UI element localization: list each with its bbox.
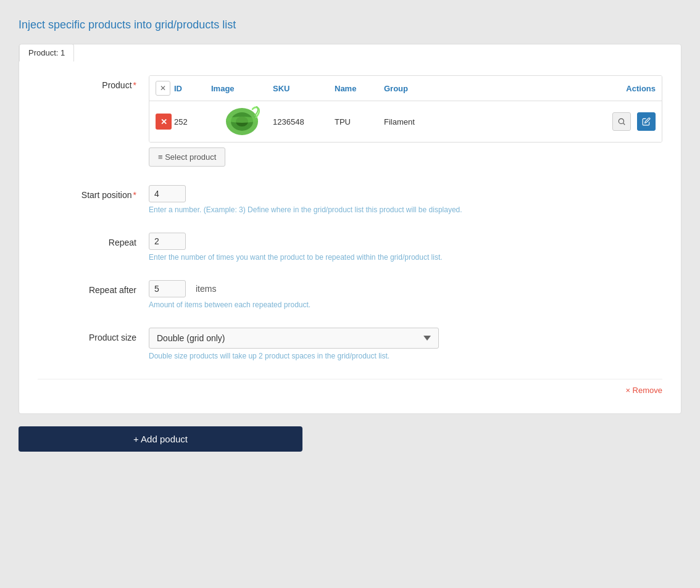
start-position-label: Start position* — [38, 185, 136, 200]
col-sku-header: SKU — [273, 84, 335, 93]
delete-row-button[interactable]: ✕ — [156, 114, 172, 130]
product-size-row: Product size Single (grid only) Double (… — [38, 328, 662, 360]
repeat-after-content: items Amount of items between each repea… — [149, 280, 662, 309]
product-table: ✕ ID Image SKU Name Group Actions ✕ — [149, 75, 662, 143]
add-product-button[interactable]: + Add poduct — [19, 426, 302, 452]
actions-cell — [446, 112, 656, 131]
start-position-hint: Enter a number. (Example: 3) Define wher… — [149, 205, 662, 214]
start-position-row: Start position* Enter a number. (Example… — [38, 185, 662, 214]
col-group-header: Group — [384, 84, 446, 93]
product-sku-cell: 1236548 — [273, 117, 335, 126]
product-field-content: ✕ ID Image SKU Name Group Actions ✕ — [149, 75, 662, 167]
card-tab: Product: 1 — [19, 44, 74, 62]
edit-icon — [642, 117, 651, 126]
required-marker: * — [133, 80, 136, 90]
remove-row: × Remove — [38, 379, 662, 395]
table-row: ✕ 252 — [149, 101, 662, 142]
svg-point-4 — [619, 118, 623, 123]
edit-product-button[interactable] — [637, 112, 656, 131]
col-actions-header: Actions — [446, 84, 656, 93]
repeat-after-unit: items — [196, 284, 216, 294]
product-name-cell: TPU — [335, 117, 384, 126]
svg-point-3 — [226, 117, 258, 123]
repeat-after-inline: items — [149, 280, 662, 297]
product-image-icon — [224, 106, 260, 137]
start-position-input[interactable] — [149, 185, 186, 202]
product-size-label: Product size — [38, 328, 136, 342]
product-image-cell — [211, 106, 273, 137]
product-card: Product: 1 Product* ✕ ID Image SKU Nam — [19, 44, 681, 414]
product-size-select[interactable]: Single (grid only) Double (grid only) Fu… — [149, 328, 439, 349]
product-size-content: Single (grid only) Double (grid only) Fu… — [149, 328, 662, 360]
repeat-after-row: Repeat after items Amount of items betwe… — [38, 280, 662, 309]
repeat-hint: Enter the number of times you want the p… — [149, 253, 662, 262]
product-size-hint: Double size products will take up 2 prod… — [149, 352, 662, 360]
remove-button[interactable]: × Remove — [625, 386, 662, 395]
repeat-label: Repeat — [38, 233, 136, 247]
repeat-after-label: Repeat after — [38, 280, 136, 295]
select-product-button[interactable]: ≡ Select product — [149, 147, 225, 167]
repeat-row: Repeat Enter the number of times you wan… — [38, 233, 662, 262]
product-label: Product* — [38, 75, 136, 90]
product-group-cell: Filament — [384, 117, 446, 126]
repeat-after-hint: Amount of items between each repeated pr… — [149, 300, 662, 309]
repeat-content: Enter the number of times you want the p… — [149, 233, 662, 262]
col-image-header: Image — [211, 84, 273, 93]
clear-all-button[interactable]: ✕ — [156, 81, 170, 96]
row-delete-cell: ✕ — [156, 114, 174, 130]
view-product-button[interactable] — [612, 112, 631, 131]
page-title: Inject specific products into grid/produ… — [19, 19, 681, 31]
repeat-input[interactable] — [149, 233, 186, 250]
col-id-header: ID — [174, 84, 211, 93]
product-id-cell: 252 — [174, 117, 211, 126]
svg-line-5 — [623, 123, 625, 125]
header-clear-cell: ✕ — [156, 81, 174, 96]
product-table-header: ✕ ID Image SKU Name Group Actions — [149, 76, 662, 101]
search-icon — [617, 117, 626, 126]
required-marker-2: * — [133, 190, 136, 200]
start-position-content: Enter a number. (Example: 3) Define wher… — [149, 185, 662, 214]
product-field-row: Product* ✕ ID Image SKU Name Group Actio… — [38, 75, 662, 167]
col-name-header: Name — [335, 84, 384, 93]
repeat-after-input[interactable] — [149, 280, 186, 297]
